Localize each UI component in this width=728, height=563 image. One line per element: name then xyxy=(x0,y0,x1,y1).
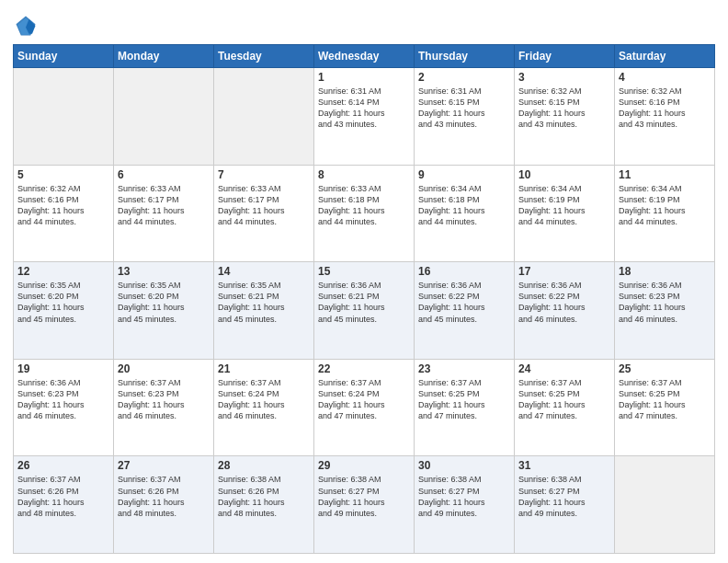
day-number: 9 xyxy=(418,168,510,181)
header xyxy=(13,9,715,39)
day-info: Sunrise: 6:34 AM Sunset: 6:19 PM Dayligh… xyxy=(518,183,610,228)
day-info: Sunrise: 6:38 AM Sunset: 6:27 PM Dayligh… xyxy=(418,474,510,519)
calendar-cell: 15Sunrise: 6:36 AM Sunset: 6:21 PM Dayli… xyxy=(314,262,415,360)
day-number: 26 xyxy=(17,459,109,472)
calendar-cell: 10Sunrise: 6:34 AM Sunset: 6:19 PM Dayli… xyxy=(515,165,615,262)
calendar-week-2: 5Sunrise: 6:32 AM Sunset: 6:16 PM Daylig… xyxy=(14,165,715,262)
day-number: 15 xyxy=(318,265,410,278)
logo-icon xyxy=(13,13,39,39)
calendar-cell: 16Sunrise: 6:36 AM Sunset: 6:22 PM Dayli… xyxy=(415,262,515,360)
calendar-cell: 28Sunrise: 6:38 AM Sunset: 6:26 PM Dayli… xyxy=(214,456,314,554)
calendar-cell xyxy=(214,68,314,166)
day-info: Sunrise: 6:37 AM Sunset: 6:26 PM Dayligh… xyxy=(118,474,210,519)
calendar-cell: 26Sunrise: 6:37 AM Sunset: 6:26 PM Dayli… xyxy=(14,456,114,554)
day-number: 10 xyxy=(518,168,610,181)
day-number: 8 xyxy=(318,168,410,181)
day-info: Sunrise: 6:32 AM Sunset: 6:15 PM Dayligh… xyxy=(518,86,610,131)
calendar-cell: 14Sunrise: 6:35 AM Sunset: 6:21 PM Dayli… xyxy=(214,262,314,360)
day-number: 28 xyxy=(218,459,310,472)
calendar-table: SundayMondayTuesdayWednesdayThursdayFrid… xyxy=(13,44,715,554)
day-info: Sunrise: 6:31 AM Sunset: 6:14 PM Dayligh… xyxy=(318,86,410,131)
calendar-cell: 1Sunrise: 6:31 AM Sunset: 6:14 PM Daylig… xyxy=(314,68,415,166)
weekday-sunday: Sunday xyxy=(14,45,114,68)
day-number: 20 xyxy=(118,362,210,375)
day-info: Sunrise: 6:36 AM Sunset: 6:21 PM Dayligh… xyxy=(318,280,410,325)
day-info: Sunrise: 6:33 AM Sunset: 6:17 PM Dayligh… xyxy=(218,183,310,228)
day-number: 18 xyxy=(619,265,711,278)
calendar-cell: 12Sunrise: 6:35 AM Sunset: 6:20 PM Dayli… xyxy=(14,262,114,360)
day-info: Sunrise: 6:37 AM Sunset: 6:24 PM Dayligh… xyxy=(218,377,310,422)
calendar-cell: 6Sunrise: 6:33 AM Sunset: 6:17 PM Daylig… xyxy=(114,165,214,262)
calendar-cell: 25Sunrise: 6:37 AM Sunset: 6:25 PM Dayli… xyxy=(615,359,715,456)
day-number: 22 xyxy=(318,362,410,375)
logo-area xyxy=(13,13,40,39)
day-info: Sunrise: 6:35 AM Sunset: 6:21 PM Dayligh… xyxy=(218,280,310,325)
calendar-cell xyxy=(615,456,715,554)
day-info: Sunrise: 6:37 AM Sunset: 6:24 PM Dayligh… xyxy=(318,377,410,422)
weekday-tuesday: Tuesday xyxy=(214,45,314,68)
weekday-header-row: SundayMondayTuesdayWednesdayThursdayFrid… xyxy=(14,45,715,68)
day-number: 25 xyxy=(619,362,711,375)
day-info: Sunrise: 6:36 AM Sunset: 6:22 PM Dayligh… xyxy=(518,280,610,325)
day-info: Sunrise: 6:37 AM Sunset: 6:25 PM Dayligh… xyxy=(418,377,510,422)
calendar-cell: 31Sunrise: 6:38 AM Sunset: 6:27 PM Dayli… xyxy=(515,456,615,554)
calendar-cell: 17Sunrise: 6:36 AM Sunset: 6:22 PM Dayli… xyxy=(515,262,615,360)
weekday-monday: Monday xyxy=(114,45,214,68)
calendar-cell: 8Sunrise: 6:33 AM Sunset: 6:18 PM Daylig… xyxy=(314,165,415,262)
calendar-cell: 23Sunrise: 6:37 AM Sunset: 6:25 PM Dayli… xyxy=(415,359,515,456)
calendar-cell: 3Sunrise: 6:32 AM Sunset: 6:15 PM Daylig… xyxy=(515,68,615,166)
calendar-cell: 11Sunrise: 6:34 AM Sunset: 6:19 PM Dayli… xyxy=(615,165,715,262)
day-number: 27 xyxy=(118,459,210,472)
calendar-cell: 4Sunrise: 6:32 AM Sunset: 6:16 PM Daylig… xyxy=(615,68,715,166)
day-info: Sunrise: 6:38 AM Sunset: 6:27 PM Dayligh… xyxy=(518,474,610,519)
day-number: 31 xyxy=(518,459,610,472)
calendar-week-4: 19Sunrise: 6:36 AM Sunset: 6:23 PM Dayli… xyxy=(14,359,715,456)
day-number: 5 xyxy=(17,168,109,181)
day-number: 12 xyxy=(17,265,109,278)
day-info: Sunrise: 6:34 AM Sunset: 6:19 PM Dayligh… xyxy=(619,183,711,228)
day-info: Sunrise: 6:33 AM Sunset: 6:18 PM Dayligh… xyxy=(318,183,410,228)
calendar-cell: 20Sunrise: 6:37 AM Sunset: 6:23 PM Dayli… xyxy=(114,359,214,456)
calendar-cell: 13Sunrise: 6:35 AM Sunset: 6:20 PM Dayli… xyxy=(114,262,214,360)
weekday-saturday: Saturday xyxy=(615,45,715,68)
calendar-cell: 29Sunrise: 6:38 AM Sunset: 6:27 PM Dayli… xyxy=(314,456,415,554)
weekday-thursday: Thursday xyxy=(415,45,515,68)
day-number: 30 xyxy=(418,459,510,472)
calendar-cell: 5Sunrise: 6:32 AM Sunset: 6:16 PM Daylig… xyxy=(14,165,114,262)
day-number: 3 xyxy=(518,71,610,84)
calendar-cell: 18Sunrise: 6:36 AM Sunset: 6:23 PM Dayli… xyxy=(615,262,715,360)
weekday-friday: Friday xyxy=(515,45,615,68)
day-number: 1 xyxy=(318,71,410,84)
calendar-week-3: 12Sunrise: 6:35 AM Sunset: 6:20 PM Dayli… xyxy=(14,262,715,360)
day-number: 29 xyxy=(318,459,410,472)
day-info: Sunrise: 6:38 AM Sunset: 6:27 PM Dayligh… xyxy=(318,474,410,519)
day-info: Sunrise: 6:35 AM Sunset: 6:20 PM Dayligh… xyxy=(17,280,109,325)
day-info: Sunrise: 6:35 AM Sunset: 6:20 PM Dayligh… xyxy=(118,280,210,325)
calendar-cell: 30Sunrise: 6:38 AM Sunset: 6:27 PM Dayli… xyxy=(415,456,515,554)
calendar-cell: 2Sunrise: 6:31 AM Sunset: 6:15 PM Daylig… xyxy=(415,68,515,166)
day-info: Sunrise: 6:36 AM Sunset: 6:23 PM Dayligh… xyxy=(17,377,109,422)
day-info: Sunrise: 6:32 AM Sunset: 6:16 PM Dayligh… xyxy=(619,86,711,131)
day-info: Sunrise: 6:31 AM Sunset: 6:15 PM Dayligh… xyxy=(418,86,510,131)
day-info: Sunrise: 6:33 AM Sunset: 6:17 PM Dayligh… xyxy=(118,183,210,228)
calendar-cell: 19Sunrise: 6:36 AM Sunset: 6:23 PM Dayli… xyxy=(14,359,114,456)
day-number: 24 xyxy=(518,362,610,375)
day-number: 23 xyxy=(418,362,510,375)
day-number: 19 xyxy=(17,362,109,375)
day-number: 6 xyxy=(118,168,210,181)
calendar-cell: 21Sunrise: 6:37 AM Sunset: 6:24 PM Dayli… xyxy=(214,359,314,456)
day-number: 14 xyxy=(218,265,310,278)
calendar-cell: 22Sunrise: 6:37 AM Sunset: 6:24 PM Dayli… xyxy=(314,359,415,456)
day-number: 7 xyxy=(218,168,310,181)
weekday-wednesday: Wednesday xyxy=(314,45,415,68)
day-info: Sunrise: 6:34 AM Sunset: 6:18 PM Dayligh… xyxy=(418,183,510,228)
calendar-week-5: 26Sunrise: 6:37 AM Sunset: 6:26 PM Dayli… xyxy=(14,456,715,554)
calendar-cell: 9Sunrise: 6:34 AM Sunset: 6:18 PM Daylig… xyxy=(415,165,515,262)
day-info: Sunrise: 6:32 AM Sunset: 6:16 PM Dayligh… xyxy=(17,183,109,228)
calendar-cell: 27Sunrise: 6:37 AM Sunset: 6:26 PM Dayli… xyxy=(114,456,214,554)
day-number: 17 xyxy=(518,265,610,278)
day-info: Sunrise: 6:37 AM Sunset: 6:25 PM Dayligh… xyxy=(619,377,711,422)
day-number: 16 xyxy=(418,265,510,278)
calendar-cell xyxy=(114,68,214,166)
day-number: 13 xyxy=(118,265,210,278)
